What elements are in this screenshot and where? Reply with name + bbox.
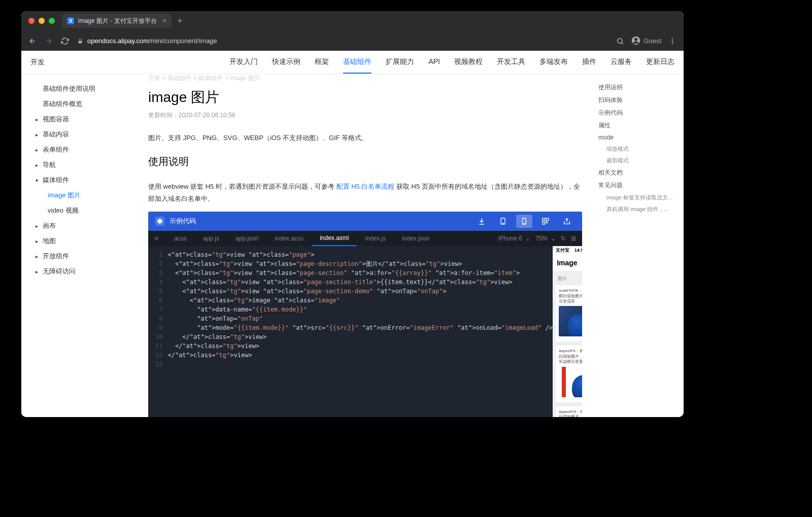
svg-rect-11 [543,218,545,221]
caret-icon: ▸ [36,223,41,229]
ide-tab[interactable]: app.json [227,231,266,246]
device-preview: 支付宝 14:57 100% Image ⋯ ○ [553,246,582,417]
sidebar-item[interactable]: ▸无障碍访问 [30,264,134,279]
forward-icon[interactable] [45,36,53,45]
nav-item[interactable]: 插件 [582,57,596,67]
toc-item[interactable]: 相关文档 [598,166,678,179]
preview-nav: Image ⋯ ○ [553,254,582,271]
sidebar-item[interactable]: 基础组件使用说明 [30,81,134,96]
ide-title: 示例代码 [170,217,196,226]
search-icon[interactable] [616,36,624,45]
sidebar-item[interactable]: ▸表单组件 [30,142,134,157]
sidebar-item[interactable]: ▸开放组件 [30,249,134,264]
nav-item[interactable]: 扩展能力 [386,57,414,67]
ide-panel: 示例代码 ≡ .acssapp.jsapp.jsonindex.acssinde… [148,212,582,417]
sidebar-item[interactable]: video 视频 [30,203,134,218]
toc-item[interactable]: 缩放模式 [598,143,678,155]
qr-icon[interactable] [537,215,554,228]
browser-tab[interactable]: 支 image 图片 - 支付宝开放平台 × [62,14,172,28]
phone-icon[interactable] [516,215,532,228]
ide-tab[interactable]: index.axml [312,231,357,246]
toc-item[interactable]: mode [598,132,678,143]
caret-icon: ▸ [36,254,41,259]
toc-item[interactable]: 裁剪模式 [598,155,678,166]
nav-item[interactable]: 视频教程 [454,57,483,67]
sidebar-item-label: 画布 [43,221,56,230]
caret-icon: ▸ [36,269,41,274]
download-icon[interactable] [473,215,490,228]
svg-rect-14 [546,222,547,223]
sidebar-item[interactable]: image 图片 [30,188,134,203]
nav-item[interactable]: 基础组件 [343,57,371,74]
close-icon[interactable] [28,18,35,24]
preview-card: scaleToFill：不保持纵横比缩放图片，使图片完全适应 [556,285,582,341]
refresh-icon[interactable]: ↻ [561,235,566,242]
sidebar-item[interactable]: ▸基础内容 [30,127,134,142]
share-icon[interactable] [559,215,575,228]
toc-item[interactable]: 示例代码 [598,107,678,119]
nav-item[interactable]: 云服务 [611,57,632,67]
brand-label: 开发 [30,58,45,67]
window-controls [28,18,55,24]
titlebar: 支 image 图片 - 支付宝开放平台 × + [21,11,684,30]
nav-item[interactable]: 开发入门 [229,57,258,67]
toc-item[interactable]: 使用说明 [598,81,678,94]
nav-item[interactable]: 框架 [315,57,329,67]
svg-rect-13 [543,222,545,225]
preview-card: aspectFit：保持纵横比缩放图片，使图片的长边能完全显示出来 [556,346,582,402]
code-editor[interactable]: 12345678910111213 <"at">class="tg">view … [148,246,553,417]
toc-item[interactable]: 常见问题 [598,179,678,192]
files-icon[interactable]: ≡ [148,231,164,246]
ide-tab[interactable]: app.js [195,231,227,246]
nav-item[interactable]: 更新日志 [646,57,674,67]
preview-image [559,306,582,336]
tab-close-icon[interactable]: × [163,17,166,24]
toc-item[interactable]: image 标签支持读取流文... [598,192,678,203]
ide-tab[interactable]: index.js [357,231,394,246]
chevron-down-icon: ⌄ [525,235,530,242]
ide-tabs: ≡ .acssapp.jsapp.jsonindex.acssindex.axm… [148,231,582,246]
ide-tab[interactable]: index.acss [266,231,312,246]
usage-heading: 使用说明 [148,155,582,168]
back-icon[interactable] [28,36,37,45]
svg-point-4 [672,38,673,40]
new-tab-icon[interactable]: + [178,16,182,25]
svg-rect-12 [546,218,549,221]
url-bar[interactable]: opendocs.alipay.com/mini/component/image [77,37,608,45]
device-select[interactable]: iPhone 6 ⌄ [498,235,530,242]
ide-tab[interactable]: index.json [394,231,437,246]
sidebar-item[interactable]: ▸画布 [30,218,134,233]
sidebar-item[interactable]: ▾媒体组件 [30,173,134,188]
toc-item[interactable]: 扫码体验 [598,94,678,107]
ide-tab[interactable]: .acss [164,231,195,246]
nav-item[interactable]: API [428,57,440,67]
status-bar: 支付宝 14:57 100% [553,246,582,254]
profile-button[interactable]: Guest [631,36,661,45]
minimize-icon[interactable] [39,18,45,24]
sidebar-item[interactable]: ▸导航 [30,157,134,173]
toc-item[interactable]: 属性 [598,119,678,132]
grid-icon[interactable]: ⊞ [571,235,576,242]
nav-item[interactable]: 开发工具 [497,57,525,67]
nav-item[interactable]: 快速示例 [272,57,300,67]
tablet-icon[interactable] [495,215,511,228]
whitelist-link[interactable]: 配置 H5 白名单流程 [336,183,395,190]
sidebar-item-label: 基础内容 [43,130,69,139]
nav-item[interactable]: 多端发布 [539,57,568,67]
caret-icon: ▸ [36,238,41,244]
sidebar-item[interactable]: 基础组件概览 [30,96,134,112]
sidebar-item[interactable]: ▸地图 [30,233,134,249]
table-of-contents: 使用说明扫码体验示例代码属性mode缩放模式裁剪模式相关文档常见问题image … [592,74,684,417]
menu-icon[interactable] [668,36,676,45]
zoom-select[interactable]: 75% ⌄ [535,235,556,242]
top-nav: 开发 开发入门快速示例框架基础组件扩展能力API视频教程开发工具多端发布插件云服… [21,51,684,74]
lock-icon [77,37,83,45]
toc-item[interactable]: 真机调用 image 组件，... [598,203,678,215]
favicon-icon: 支 [67,17,74,24]
svg-point-5 [672,40,673,42]
reload-icon[interactable] [61,36,69,45]
main-content: 开发 > 基础组件 > 媒体组件 > image 图片 image 图片 更新时… [138,74,592,417]
sidebar-item-label: video 视频 [48,206,79,215]
sidebar-item[interactable]: ▸视图容器 [30,112,134,127]
maximize-icon[interactable] [49,18,55,24]
